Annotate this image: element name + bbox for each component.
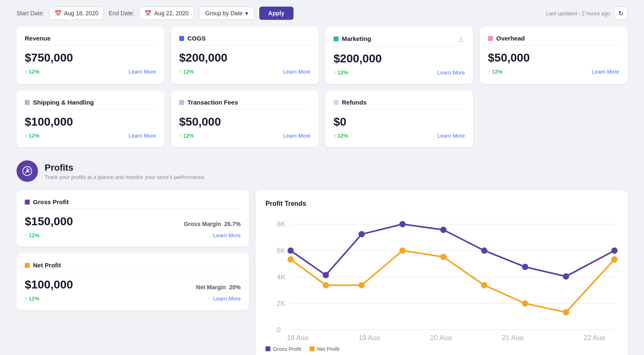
transaction-learn-more[interactable]: Learn More [283, 133, 310, 139]
transaction-color-dot [179, 100, 184, 105]
transaction-divider [179, 109, 310, 110]
profits-subtitle: Track your profits at a glance and monit… [45, 174, 204, 180]
refunds-footer: ↑ 12% Learn More [334, 133, 465, 139]
net-profit-header: Net Profit [25, 262, 241, 269]
net-margin-label: Net Margin 20% [196, 284, 241, 291]
revenue-title: Revenue [25, 35, 51, 42]
shipping-color-dot [25, 100, 30, 105]
marketing-value: $200,000 [334, 52, 465, 65]
profits-section-header: Profits Track your profits at a glance a… [17, 160, 627, 182]
gross-profit-divider [25, 209, 241, 209]
profit-chart-svg: 8K 6K 4K 2K 0 [265, 214, 618, 340]
cogs-value: $200,000 [179, 51, 310, 64]
gross-profit-trend: ↑ 12% [25, 232, 40, 238]
refunds-trend: ↑ 12% [334, 133, 348, 139]
gross-profit-value: $150,000 [25, 215, 73, 228]
gross-profit-row: $150,000 Gross Margin 26.7% [25, 215, 241, 228]
marketing-learn-more[interactable]: Learn More [438, 69, 465, 76]
overhead-title: Overhead [496, 35, 525, 42]
svg-point-16 [440, 226, 446, 233]
svg-point-23 [358, 282, 365, 288]
end-date-value: Aug 22, 2020 [154, 10, 188, 17]
apply-button[interactable]: Apply [259, 7, 294, 20]
card-shipping: Shipping & Handling $100,000 ↑ 12% Learn… [17, 91, 164, 147]
start-date-value: Aug 18, 2020 [64, 10, 98, 17]
cogs-learn-more[interactable]: Learn More [283, 69, 310, 75]
cogs-trend: ↑ 12% [179, 69, 194, 75]
cogs-color-dot [179, 36, 184, 41]
net-profit-divider [25, 272, 241, 272]
svg-point-21 [287, 256, 294, 262]
marketing-title: Marketing [342, 35, 371, 42]
legend-net-label: Net Profit [317, 346, 339, 352]
shipping-learn-more[interactable]: Learn More [129, 133, 156, 139]
marketing-header: Marketing △ [334, 35, 465, 43]
svg-point-29 [611, 256, 618, 262]
svg-text:18 Aug: 18 Aug [287, 334, 308, 340]
svg-text:20 Aug: 20 Aug [430, 334, 452, 340]
gross-profit-learn-more[interactable]: Learn More [213, 232, 241, 238]
net-margin-value: 20% [229, 284, 241, 291]
revenue-trend: ↑ 12% [25, 69, 40, 75]
svg-point-25 [440, 254, 446, 260]
refunds-learn-more[interactable]: Learn More [438, 133, 465, 139]
start-date-input[interactable]: 📅 Aug 18, 2020 [49, 7, 104, 20]
net-profit-footer: ↑ 12% Learn More [25, 295, 241, 302]
svg-text:21 Aug: 21 Aug [502, 334, 523, 340]
group-by-select[interactable]: Group by Date ▾ [199, 7, 254, 20]
svg-text:22 Aug: 22 Aug [584, 334, 605, 340]
svg-point-26 [481, 282, 487, 288]
trend-up-arrow-net: ↑ [25, 295, 28, 302]
card-transaction: Transaction Fees $50,000 ↑ 12% Learn Mor… [171, 91, 319, 147]
cards-row-1: Revenue $750,000 ↑ 12% Learn More COGS $… [17, 26, 627, 84]
refunds-title: Refunds [342, 99, 367, 106]
overhead-header: Overhead [488, 35, 619, 42]
net-profit-learn-more[interactable]: Learn More [213, 295, 241, 302]
profit-trends-chart-card: Profit Trends 8K 6K 4K 2K 0 [256, 190, 627, 355]
transaction-header: Transaction Fees [179, 99, 310, 106]
svg-point-19 [563, 273, 569, 279]
cogs-title: COGS [187, 35, 206, 42]
top-bar: Start Date: 📅 Aug 18, 2020 End Date: 📅 A… [0, 0, 644, 26]
svg-point-13 [323, 272, 329, 278]
overhead-learn-more[interactable]: Learn More [592, 69, 619, 75]
profits-title-block: Profits Track your profits at a glance a… [45, 162, 204, 180]
chevron-down-icon: ▾ [245, 10, 248, 17]
last-updated-text: Last updated - 2 hours ago [546, 10, 610, 17]
refresh-button[interactable]: ↻ [614, 7, 627, 20]
overhead-color-dot [488, 36, 493, 41]
chart-title: Profit Trends [265, 200, 618, 207]
profits-icon [17, 160, 38, 182]
net-profit-value: $100,000 [25, 278, 73, 291]
overhead-trend: ↑ 12% [488, 69, 503, 75]
transaction-footer: ↑ 12% Learn More [179, 133, 310, 139]
cogs-footer: ↑ 12% Learn More [179, 69, 310, 75]
revenue-header: Revenue [25, 35, 156, 42]
chart-area: 8K 6K 4K 2K 0 [265, 214, 618, 342]
profits-left-column: Gross Profit $150,000 Gross Margin 26.7%… [17, 190, 249, 355]
svg-text:8K: 8K [277, 220, 285, 228]
marketing-trend: ↑ 12% [334, 69, 348, 76]
refresh-icon: ↻ [618, 10, 623, 17]
net-profit-title: Net Profit [33, 262, 61, 269]
marketing-divider [334, 46, 465, 46]
overhead-value: $50,000 [488, 51, 619, 64]
legend-gross-profit: Gross Profit [265, 346, 301, 352]
svg-text:4K: 4K [277, 273, 285, 281]
svg-point-24 [399, 248, 405, 254]
end-date-input[interactable]: 📅 Aug 22, 2020 [139, 7, 194, 20]
overhead-divider [488, 45, 619, 45]
transaction-trend: ↑ 12% [179, 133, 194, 139]
svg-point-22 [323, 282, 329, 288]
group-by-label: Group by Date [205, 10, 243, 17]
net-profit-card: Net Profit $100,000 Net Margin 20% ↑ 12%… [17, 253, 249, 310]
card-overhead: Overhead $50,000 ↑ 12% Learn More [480, 26, 627, 84]
revenue-learn-more[interactable]: Learn More [129, 69, 156, 75]
cogs-divider [179, 45, 310, 45]
net-profit-trend: ↑ 12% [25, 295, 40, 302]
cogs-header: COGS [179, 35, 310, 42]
marketing-color-dot [334, 36, 339, 41]
end-date-label: End Date: [109, 10, 134, 17]
gross-profit-title: Gross Profit [33, 198, 69, 205]
svg-text:0: 0 [277, 326, 280, 334]
